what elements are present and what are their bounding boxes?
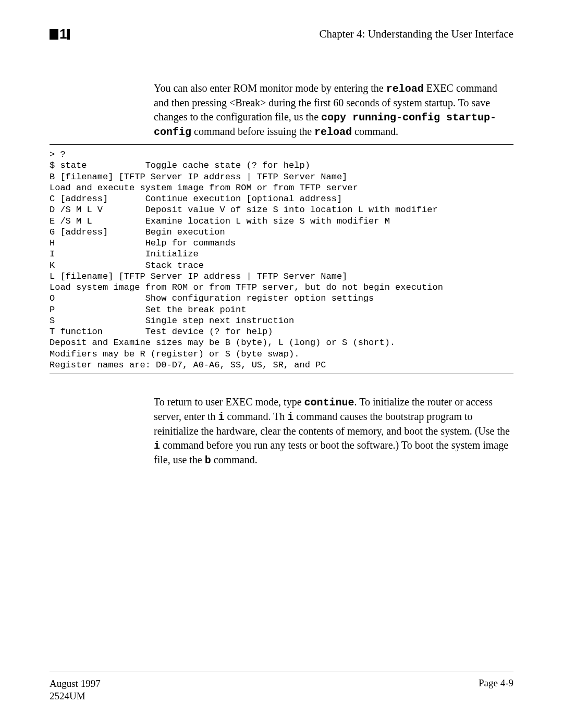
p2-text-3: command. Th (225, 411, 288, 422)
p2-cmd-i1: i (218, 411, 225, 423)
page-footer: August 1997 2524UM Page 4-9 (50, 672, 513, 703)
p2-cmd-continue: continue (304, 397, 354, 409)
p1-text-3: command before issuing the (191, 126, 314, 137)
p2-cmd-i2: i (287, 411, 293, 423)
p2-text-6: command. (211, 454, 258, 465)
p1-text-4: command. (352, 126, 398, 137)
terminal-output: > ? $ state Toggle cache state (? for he… (50, 149, 513, 371)
p1-cmd-reload: reload (386, 83, 424, 95)
p2-cmd-i3: i (154, 440, 160, 452)
chapter-title: Chapter 4: Understanding the User Interf… (319, 28, 513, 41)
footer-divider (50, 672, 513, 672)
footer-date: August 1997 (50, 677, 101, 690)
p1-cmd-reload2: reload (314, 126, 352, 138)
paragraph-1: You can also enter ROM monitor mode by e… (154, 81, 511, 139)
p1-text-1: You can also enter ROM monitor mode by e… (154, 82, 386, 94)
p2-cmd-b: b (205, 454, 211, 466)
footer-doc: 2524UM (50, 690, 101, 703)
page-header: 1 Chapter 4: Understanding the User Inte… (50, 26, 513, 42)
paragraph-2: To return to user EXEC mode, type contin… (154, 395, 511, 467)
footer-page: Page 4-9 (479, 677, 513, 703)
logo: 1 (50, 26, 70, 42)
p2-text-1: To return to user EXEC mode, type (154, 396, 304, 408)
divider-top (50, 144, 513, 145)
divider-bottom (50, 374, 513, 374)
